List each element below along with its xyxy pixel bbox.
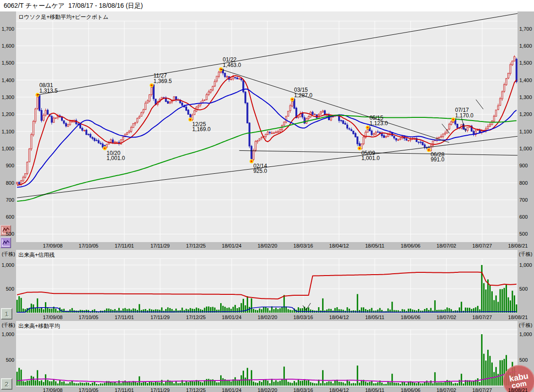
chart-application-window: { "title": {"text": "6062/T チャームケア 17/08… xyxy=(0,0,534,392)
x-axis-date-label: 17/10/05 xyxy=(76,387,101,392)
line-chart-icon[interactable] xyxy=(0,237,11,248)
price-y-axis-label: 1,200 xyxy=(0,111,14,117)
price-y-axis-label: 700 xyxy=(519,197,534,203)
price-y-axis-label: 500 xyxy=(0,231,14,237)
volume-y-axis-label: 1,000 xyxy=(0,331,14,337)
volume-ma-unit-left: (千株) xyxy=(0,322,15,329)
x-axis-date-label: 17/11/29 xyxy=(147,243,173,248)
price-y-axis-label: 1,100 xyxy=(0,129,14,134)
volume-ma-unit-right: (千株) xyxy=(519,322,532,329)
volume-margin-grid xyxy=(16,259,517,313)
x-axis-date-label: 18/08/21 xyxy=(505,243,531,248)
volume-ma-panel xyxy=(16,321,517,386)
x-axis-date-label: 18/03/16 xyxy=(290,243,316,248)
svg-text:1,369.5: 1,369.5 xyxy=(154,78,172,84)
price-y-axis-label: 700 xyxy=(0,197,14,203)
x-axis-date-label: 18/05/11 xyxy=(362,387,388,392)
price-grid xyxy=(16,21,517,242)
volume-y-axis-label: 1,000 xyxy=(519,331,534,337)
x-axis-date-label: 17/09/08 xyxy=(40,387,66,392)
volume-unit-left: (千株) xyxy=(0,251,15,258)
volume-margin-panel xyxy=(16,250,517,313)
x-axis-date-label: 18/04/12 xyxy=(326,387,352,392)
price-y-axis-label: 1,000 xyxy=(519,146,534,151)
svg-text:1,001.0: 1,001.0 xyxy=(362,155,380,161)
price-y-axis-label: 1,300 xyxy=(519,94,534,100)
svg-text:1,001.0: 1,001.0 xyxy=(106,155,125,161)
price-y-axis-label: 600 xyxy=(0,214,14,220)
price-y-axis-label: 1,500 xyxy=(0,60,14,66)
x-axis-date-label: 18/07/02 xyxy=(434,315,459,320)
x-axis-date-label: 18/07/27 xyxy=(469,315,495,320)
svg-text:1,123.0: 1,123.0 xyxy=(369,120,388,127)
x-axis-date-label: 18/01/24 xyxy=(219,387,245,392)
price-y-axis-label: 600 xyxy=(519,214,534,220)
x-axis-date-label: 17/11/29 xyxy=(147,387,173,392)
price-y-axis-label: 900 xyxy=(0,163,14,168)
x-axis-date-label: 18/07/27 xyxy=(469,243,495,248)
x-axis-date-label: 18/03/16 xyxy=(290,387,316,392)
x-axis-date-label: 18/07/27 xyxy=(469,387,495,392)
volume-y-axis-label: 1,000 xyxy=(0,262,14,268)
x-axis-date-label: 17/12/25 xyxy=(183,243,209,248)
x-axis-date-label: 18/04/12 xyxy=(326,243,352,248)
price-y-axis-label: 500 xyxy=(519,231,534,237)
price-panel-label: ロウソク足+移動平均+ピークボトム xyxy=(18,13,109,21)
x-axis-date-label: 18/06/06 xyxy=(398,315,423,320)
x-axis-date-label: 18/06/06 xyxy=(398,387,423,392)
x-axis-date-label: 17/12/25 xyxy=(183,387,209,392)
x-axis-date-label: 18/02/20 xyxy=(255,243,280,248)
x-axis-date-label: 17/11/01 xyxy=(111,387,137,392)
volume-ma-svg xyxy=(16,321,517,386)
price-y-axis-label: 1,600 xyxy=(519,43,534,49)
volume-y-axis-label: 500 xyxy=(519,286,534,292)
volume-ma-line xyxy=(17,371,517,382)
price-chart-panel: 08/311,313.510/201,001.011/271,369.512/2… xyxy=(16,11,517,242)
x-axis-date-label: 17/11/01 xyxy=(111,315,137,320)
title-bar: 6062/T チャームケア 17/08/17 - 18/08/16 (日足) xyxy=(0,0,534,11)
price-y-axis-label: 1,700 xyxy=(519,26,534,32)
svg-text:991.0: 991.0 xyxy=(431,156,445,163)
price-y-axis-label: 1,100 xyxy=(519,129,534,134)
price-y-axis-label: 1,600 xyxy=(0,43,14,49)
panel-1-badge[interactable]: 1 xyxy=(1,308,12,320)
peak-bottom-annotations: 08/311,313.510/201,001.011/271,369.512/2… xyxy=(36,56,474,174)
volume-margin-svg xyxy=(16,250,517,313)
x-axis-date-label: 17/12/25 xyxy=(183,315,209,320)
x-axis-date-label: 17/09/08 xyxy=(40,315,66,320)
line-icon-glyph xyxy=(1,238,11,248)
price-y-axis-label: 1,400 xyxy=(519,77,534,83)
volume-panel-label: 出来高+信用残 xyxy=(18,251,55,259)
x-axis-date-label: 18/05/11 xyxy=(362,315,388,320)
price-y-axis-label: 1,000 xyxy=(0,146,14,151)
svg-text:1,170.0: 1,170.0 xyxy=(455,112,473,119)
volume-y-axis-label: 500 xyxy=(519,357,534,363)
price-y-axis-label: 1,200 xyxy=(519,111,534,117)
volume-ma-grid xyxy=(16,330,517,386)
x-axis-date-label: 18/01/24 xyxy=(219,243,245,248)
x-axis-date-label: 18/08/21 xyxy=(505,315,531,320)
x-axis-date-label: 18/07/02 xyxy=(434,243,459,248)
x-axis-date-label: 17/10/05 xyxy=(76,243,101,248)
svg-text:1,287.0: 1,287.0 xyxy=(294,92,312,99)
volume-ma-panel-label: 出来高+移動平均 xyxy=(18,322,60,330)
volume-y-axis-label: 1,000 xyxy=(519,262,534,268)
page-title: 6062/T チャームケア 17/08/17 - 18/08/16 (日足) xyxy=(4,2,143,10)
x-axis-date-label: 18/05/11 xyxy=(362,243,388,248)
volume-y-axis-label: 500 xyxy=(0,286,14,292)
x-axis-date-label: 18/01/24 xyxy=(219,315,245,320)
margin-buy-line xyxy=(17,272,517,299)
x-axis-date-label: 18/07/02 xyxy=(434,387,459,392)
x-axis-date-label: 18/02/20 xyxy=(255,315,280,320)
price-y-axis-label: 900 xyxy=(519,163,534,168)
x-axis-date-label: 18/08/21 xyxy=(505,387,531,392)
panel-2-badge[interactable]: 2 xyxy=(1,378,12,390)
price-chart-svg: 08/311,313.510/201,001.011/271,369.512/2… xyxy=(16,11,517,242)
x-axis-date-label: 18/03/16 xyxy=(290,315,316,320)
x-axis-date-label: 17/10/05 xyxy=(76,315,101,320)
x-axis-date-label: 18/06/06 xyxy=(398,243,423,248)
x-axis-date-label: 17/09/08 xyxy=(40,243,66,248)
price-y-axis-label: 1,500 xyxy=(519,60,534,66)
price-y-axis-label: 1,400 xyxy=(0,77,14,83)
price-y-axis-label: 800 xyxy=(519,180,534,186)
